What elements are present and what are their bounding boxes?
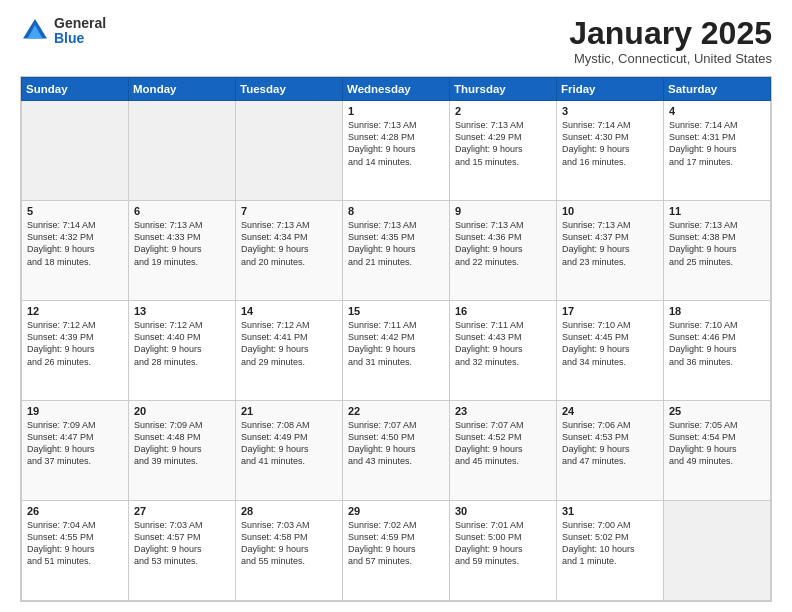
day-number: 2 — [455, 105, 551, 117]
day-number: 13 — [134, 305, 230, 317]
cell-line: and 57 minutes. — [348, 555, 444, 567]
cell-line: Sunrise: 7:11 AM — [348, 319, 444, 331]
cell-line: Sunrise: 7:11 AM — [455, 319, 551, 331]
cell-line: Daylight: 9 hours — [562, 243, 658, 255]
cell-line: Sunset: 4:59 PM — [348, 531, 444, 543]
cell-line: Sunrise: 7:10 AM — [562, 319, 658, 331]
day-number: 9 — [455, 205, 551, 217]
cell-line: Sunset: 4:47 PM — [27, 431, 123, 443]
day-number: 31 — [562, 505, 658, 517]
cell-line: Sunset: 4:30 PM — [562, 131, 658, 143]
cell-line: Sunset: 4:38 PM — [669, 231, 765, 243]
cell-line: Daylight: 9 hours — [348, 143, 444, 155]
day-number: 17 — [562, 305, 658, 317]
cell-line: and 26 minutes. — [27, 356, 123, 368]
cell-line: Sunset: 4:54 PM — [669, 431, 765, 443]
table-cell: 5Sunrise: 7:14 AMSunset: 4:32 PMDaylight… — [22, 201, 129, 301]
cell-line: and 22 minutes. — [455, 256, 551, 268]
cell-line: Daylight: 9 hours — [562, 343, 658, 355]
table-cell: 20Sunrise: 7:09 AMSunset: 4:48 PMDayligh… — [129, 401, 236, 501]
cell-line: Daylight: 9 hours — [348, 443, 444, 455]
table-cell: 30Sunrise: 7:01 AMSunset: 5:00 PMDayligh… — [450, 501, 557, 601]
cell-line: Sunset: 4:53 PM — [562, 431, 658, 443]
day-number: 14 — [241, 305, 337, 317]
cell-line: Sunset: 4:28 PM — [348, 131, 444, 143]
cell-line: Daylight: 9 hours — [669, 343, 765, 355]
cell-line: Sunset: 4:37 PM — [562, 231, 658, 243]
table-cell: 29Sunrise: 7:02 AMSunset: 4:59 PMDayligh… — [343, 501, 450, 601]
day-number: 18 — [669, 305, 765, 317]
table-cell: 2Sunrise: 7:13 AMSunset: 4:29 PMDaylight… — [450, 101, 557, 201]
cell-line: and 53 minutes. — [134, 555, 230, 567]
cell-line: Sunrise: 7:05 AM — [669, 419, 765, 431]
cell-line: Sunrise: 7:14 AM — [27, 219, 123, 231]
col-thursday: Thursday — [450, 78, 557, 101]
cell-line: Sunrise: 7:09 AM — [27, 419, 123, 431]
cell-line: and 55 minutes. — [241, 555, 337, 567]
day-number: 10 — [562, 205, 658, 217]
week-row-1: 5Sunrise: 7:14 AMSunset: 4:32 PMDaylight… — [22, 201, 771, 301]
cell-line: Daylight: 9 hours — [134, 343, 230, 355]
cell-line: Sunrise: 7:13 AM — [241, 219, 337, 231]
cell-line: Daylight: 9 hours — [241, 443, 337, 455]
cell-line: Sunset: 5:00 PM — [455, 531, 551, 543]
day-number: 11 — [669, 205, 765, 217]
table-cell: 26Sunrise: 7:04 AMSunset: 4:55 PMDayligh… — [22, 501, 129, 601]
cell-line: Sunset: 4:29 PM — [455, 131, 551, 143]
cell-line: Daylight: 9 hours — [455, 343, 551, 355]
table-cell: 8Sunrise: 7:13 AMSunset: 4:35 PMDaylight… — [343, 201, 450, 301]
days-header-row: Sunday Monday Tuesday Wednesday Thursday… — [22, 78, 771, 101]
cell-line: and 21 minutes. — [348, 256, 444, 268]
cell-line: Daylight: 9 hours — [241, 543, 337, 555]
cell-line: Sunset: 4:39 PM — [27, 331, 123, 343]
cell-line: Daylight: 9 hours — [455, 443, 551, 455]
day-number: 27 — [134, 505, 230, 517]
cell-line: and 59 minutes. — [455, 555, 551, 567]
table-cell: 25Sunrise: 7:05 AMSunset: 4:54 PMDayligh… — [664, 401, 771, 501]
cell-line: and 39 minutes. — [134, 455, 230, 467]
table-cell: 19Sunrise: 7:09 AMSunset: 4:47 PMDayligh… — [22, 401, 129, 501]
day-number: 22 — [348, 405, 444, 417]
cell-line: and 25 minutes. — [669, 256, 765, 268]
cell-line: Sunset: 4:32 PM — [27, 231, 123, 243]
table-cell: 24Sunrise: 7:06 AMSunset: 4:53 PMDayligh… — [557, 401, 664, 501]
cell-line: and 37 minutes. — [27, 455, 123, 467]
cell-line: Sunrise: 7:13 AM — [562, 219, 658, 231]
day-number: 8 — [348, 205, 444, 217]
cell-line: Daylight: 9 hours — [455, 143, 551, 155]
cell-line: and 31 minutes. — [348, 356, 444, 368]
cell-line: and 34 minutes. — [562, 356, 658, 368]
cell-line: Sunrise: 7:01 AM — [455, 519, 551, 531]
cell-line: Sunset: 4:58 PM — [241, 531, 337, 543]
logo-general-text: General — [54, 16, 106, 31]
cell-line: Daylight: 9 hours — [562, 443, 658, 455]
table-cell — [129, 101, 236, 201]
cell-line: Sunset: 4:49 PM — [241, 431, 337, 443]
cell-line: Sunrise: 7:07 AM — [455, 419, 551, 431]
cell-line: Sunrise: 7:09 AM — [134, 419, 230, 431]
cell-line: Sunrise: 7:10 AM — [669, 319, 765, 331]
cell-line: Sunrise: 7:00 AM — [562, 519, 658, 531]
cell-line: Sunrise: 7:03 AM — [134, 519, 230, 531]
cell-line: Daylight: 9 hours — [669, 243, 765, 255]
cell-line: Sunset: 4:33 PM — [134, 231, 230, 243]
cell-line: Sunset: 4:35 PM — [348, 231, 444, 243]
table-cell — [22, 101, 129, 201]
table-cell: 10Sunrise: 7:13 AMSunset: 4:37 PMDayligh… — [557, 201, 664, 301]
table-cell: 9Sunrise: 7:13 AMSunset: 4:36 PMDaylight… — [450, 201, 557, 301]
table-cell: 1Sunrise: 7:13 AMSunset: 4:28 PMDaylight… — [343, 101, 450, 201]
cell-line: and 36 minutes. — [669, 356, 765, 368]
cell-line: Daylight: 9 hours — [348, 343, 444, 355]
location: Mystic, Connecticut, United States — [569, 51, 772, 66]
cell-line: and 20 minutes. — [241, 256, 337, 268]
cell-line: Sunset: 4:45 PM — [562, 331, 658, 343]
cell-line: Daylight: 9 hours — [27, 243, 123, 255]
col-wednesday: Wednesday — [343, 78, 450, 101]
table-cell: 16Sunrise: 7:11 AMSunset: 4:43 PMDayligh… — [450, 301, 557, 401]
day-number: 30 — [455, 505, 551, 517]
cell-line: and 49 minutes. — [669, 455, 765, 467]
calendar-body: 1Sunrise: 7:13 AMSunset: 4:28 PMDaylight… — [22, 101, 771, 601]
day-number: 6 — [134, 205, 230, 217]
cell-line: Daylight: 9 hours — [134, 443, 230, 455]
cell-line: and 16 minutes. — [562, 156, 658, 168]
